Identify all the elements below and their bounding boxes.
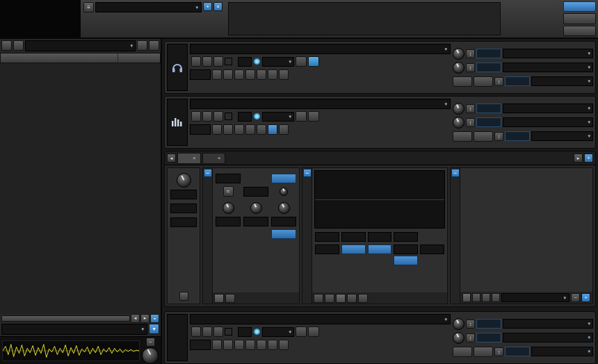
tab-arp[interactable] xyxy=(212,340,222,350)
main-out-select[interactable]: ▾ xyxy=(531,76,593,86)
lfo-type-select[interactable] xyxy=(216,174,241,183)
output-select[interactable]: ▾ xyxy=(262,327,294,337)
pan-button[interactable] xyxy=(474,131,493,142)
tab-settings[interactable] xyxy=(563,13,596,24)
mod-page-3[interactable] xyxy=(482,293,490,302)
seq-mode-select[interactable] xyxy=(341,245,366,254)
browser-menu-icon[interactable] xyxy=(149,40,159,51)
send-level-label[interactable] xyxy=(476,117,501,127)
channel-color-swatch[interactable] xyxy=(225,58,232,65)
solo-button[interactable] xyxy=(308,111,319,122)
mute-button[interactable] xyxy=(296,56,307,67)
tab-matrices[interactable] xyxy=(257,340,266,350)
main-level-label[interactable] xyxy=(505,76,530,86)
transpose-button[interactable] xyxy=(202,111,212,122)
program-select[interactable]: ▾ xyxy=(190,314,451,324)
send-dest-select[interactable]: ▾ xyxy=(503,319,593,329)
vol-button[interactable] xyxy=(453,76,472,87)
solo-button[interactable] xyxy=(308,326,319,337)
send-dest-select[interactable]: ▾ xyxy=(503,49,593,58)
program-select[interactable]: ▾ xyxy=(190,44,451,54)
vol-button[interactable] xyxy=(453,131,472,142)
lfo-phase-knob[interactable] xyxy=(280,188,288,196)
collapse-icon[interactable]: − xyxy=(204,169,212,177)
tab-regions[interactable] xyxy=(234,340,244,350)
tab-arp[interactable] xyxy=(212,69,222,80)
lfo-pos-knob[interactable] xyxy=(278,202,290,214)
seq-steps-field[interactable] xyxy=(315,232,339,242)
drive-field[interactable] xyxy=(170,217,197,227)
fine-tune-button[interactable] xyxy=(213,326,223,337)
tab-seq-2[interactable] xyxy=(347,294,357,303)
send-level-label[interactable] xyxy=(476,49,501,58)
send-dest-select[interactable]: ▾ xyxy=(503,333,593,342)
collapse-icon[interactable]: − xyxy=(303,169,312,177)
send-level-label[interactable] xyxy=(476,319,501,329)
lfo-amp-knob[interactable] xyxy=(223,202,234,214)
mod-page-2[interactable] xyxy=(472,293,480,302)
fx2-send-knob[interactable] xyxy=(453,117,464,129)
level-mode-icon[interactable]: ↕ xyxy=(466,118,475,127)
tab-collapse[interactable] xyxy=(279,124,289,135)
poly-button[interactable] xyxy=(191,111,201,122)
tab-lfo-1[interactable] xyxy=(214,294,224,303)
level-mode-icon[interactable]: ↕ xyxy=(466,49,475,58)
fx1-send-knob[interactable] xyxy=(453,48,464,60)
matrix-remove-icon[interactable]: − xyxy=(571,293,580,302)
fx1-send-knob[interactable] xyxy=(453,318,464,330)
send-level-label[interactable] xyxy=(476,63,501,72)
tab-matrices[interactable] xyxy=(257,124,266,135)
path-select[interactable]: ▾ xyxy=(25,40,136,51)
fine-tune-button[interactable] xyxy=(213,111,223,122)
main-level-label[interactable] xyxy=(505,131,530,141)
send-dest-select[interactable]: ▾ xyxy=(503,117,593,127)
tab-waves[interactable] xyxy=(245,124,255,135)
tab-waves[interactable] xyxy=(245,340,255,350)
sound-tab-bright[interactable]: × xyxy=(177,153,201,164)
column-filename[interactable] xyxy=(1,53,118,63)
transpose-button[interactable] xyxy=(202,56,212,67)
level-mode-icon[interactable]: ↕ xyxy=(466,63,475,72)
tab-env-1[interactable] xyxy=(314,294,323,303)
performance-name-select[interactable]: ▾ xyxy=(95,2,202,13)
tab-add[interactable] xyxy=(279,340,289,350)
mod-page-4[interactable] xyxy=(492,293,500,302)
fine-tune-button[interactable] xyxy=(213,56,223,67)
scroll-corner-button[interactable]: ▪ xyxy=(150,314,159,323)
midi-channel-field[interactable] xyxy=(238,327,252,337)
seq-fadein-field[interactable] xyxy=(394,232,418,242)
preview-minus-button[interactable]: − xyxy=(146,338,155,347)
tabs-scroll-left-icon[interactable]: ◂ xyxy=(167,154,176,163)
send-level-label[interactable] xyxy=(476,333,501,342)
scroll-left-icon[interactable]: ◂ xyxy=(131,314,140,323)
resonance-knob[interactable] xyxy=(177,173,191,188)
poly-button[interactable] xyxy=(191,326,201,337)
tab-matrices[interactable] xyxy=(257,69,266,80)
tab-sounds[interactable] xyxy=(268,124,277,135)
send-dest-select[interactable]: ▾ xyxy=(503,104,593,113)
tab-fx[interactable] xyxy=(563,26,596,36)
lfo-fade-knob[interactable] xyxy=(250,202,262,214)
seq-stepped-select[interactable] xyxy=(420,245,444,254)
midi-channel-field[interactable] xyxy=(238,112,252,122)
output-select[interactable]: ▾ xyxy=(262,57,294,67)
send-dest-select[interactable]: ▾ xyxy=(503,63,593,72)
tab-seq-1[interactable] xyxy=(336,294,346,303)
lfo-pos-field[interactable] xyxy=(271,217,296,226)
filter-dropdown-icon[interactable]: ▾ xyxy=(149,324,159,334)
tab-groups[interactable] xyxy=(223,124,233,135)
level-mode-icon[interactable]: ↕ xyxy=(494,132,503,141)
column-size[interactable] xyxy=(118,53,160,63)
waveform-preview[interactable] xyxy=(2,340,140,361)
file-filter-select[interactable]: ▾ xyxy=(1,324,147,335)
lfo-mode-select[interactable] xyxy=(271,174,296,183)
mute-button[interactable] xyxy=(296,111,307,122)
tab-groups[interactable] xyxy=(223,69,233,80)
tab-add[interactable] xyxy=(279,69,289,80)
level-mode-icon[interactable]: ↕ xyxy=(494,77,503,86)
slope-select[interactable] xyxy=(170,204,197,213)
main-out-select[interactable]: ▾ xyxy=(531,347,593,356)
tab-arp[interactable] xyxy=(212,124,222,135)
pan-button[interactable] xyxy=(474,76,493,87)
dir-up-icon[interactable] xyxy=(1,40,12,51)
